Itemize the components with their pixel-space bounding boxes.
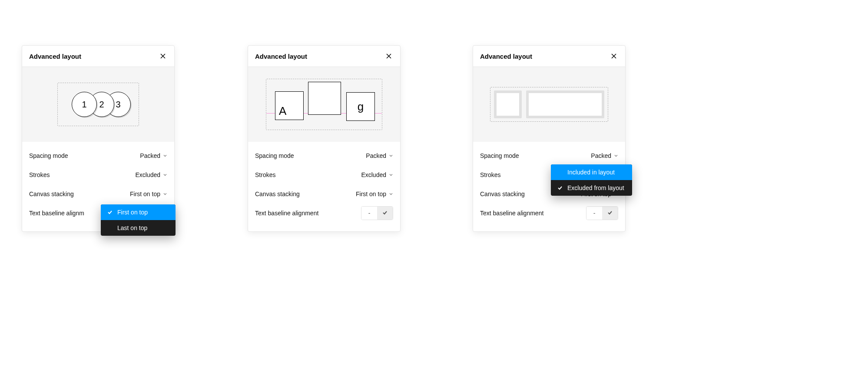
panel-title: Advanced layout [480, 53, 532, 60]
row-canvas-stacking: Canvas stacking First on top [29, 184, 167, 204]
strokes-value: Excluded [361, 171, 386, 178]
spacing-mode-dropdown[interactable]: Packed [140, 152, 167, 159]
panel-header: Advanced layout [248, 46, 400, 67]
preview-circle-1: 1 [72, 92, 97, 117]
canvas-stacking-label: Canvas stacking [480, 190, 525, 197]
preview-box-a: A [275, 91, 304, 120]
canvas-stacking-value: First on top [130, 190, 160, 197]
canvas-stacking-label: Canvas stacking [29, 190, 74, 197]
strokes-dropdown[interactable]: Excluded [135, 171, 167, 178]
advanced-layout-panel: Advanced layout A g Spacing mode Packed … [248, 45, 401, 232]
baseline-on-button[interactable] [377, 207, 393, 220]
canvas-stacking-dropdown[interactable]: First on top [356, 190, 393, 197]
panel-header: Advanced layout [22, 46, 174, 67]
spacing-mode-dropdown[interactable]: Packed [591, 152, 618, 159]
chevron-down-icon [389, 173, 393, 177]
chevron-down-icon [163, 154, 167, 158]
row-strokes: Strokes Excluded [29, 165, 167, 184]
menu-item-included-in-layout[interactable]: Included in layout [551, 164, 632, 180]
row-text-baseline: Text baseline alignment - [480, 204, 618, 223]
row-spacing-mode: Spacing mode Packed [29, 146, 167, 165]
check-icon [382, 210, 388, 217]
preview-frame: 1 2 3 [57, 83, 139, 126]
panel-title: Advanced layout [255, 53, 307, 60]
preview-card-small [494, 90, 522, 118]
spacing-mode-value: Packed [591, 152, 611, 159]
check-icon [557, 185, 563, 190]
canvas-stacking-value: First on top [356, 190, 386, 197]
menu-item-label: Last on top [117, 224, 147, 231]
menu-item-excluded-from-layout[interactable]: Excluded from layout [551, 180, 632, 196]
preview-card-large [526, 90, 604, 118]
panel-title: Advanced layout [29, 53, 81, 60]
advanced-layout-panel: Advanced layout 1 2 3 Spacing mode Packe… [22, 45, 175, 232]
spacing-mode-label: Spacing mode [29, 152, 68, 159]
preview-frame [490, 87, 608, 122]
baseline-off-button[interactable]: - [586, 207, 602, 220]
chevron-down-icon [614, 154, 618, 158]
preview-area: 1 2 3 [22, 67, 174, 142]
check-icon [107, 210, 113, 215]
text-baseline-label: Text baseline alignment [480, 210, 543, 217]
baseline-on-button[interactable] [602, 207, 618, 220]
menu-item-last-on-top[interactable]: Last on top [101, 220, 176, 236]
menu-item-first-on-top[interactable]: First on top [101, 204, 176, 220]
strokes-label: Strokes [29, 171, 50, 178]
canvas-stacking-menu: First on top Last on top [101, 204, 176, 236]
chevron-down-icon [389, 192, 393, 196]
canvas-stacking-dropdown[interactable]: First on top [130, 190, 167, 197]
settings-list: Spacing mode Packed Strokes Excluded Can… [248, 142, 400, 231]
spacing-mode-label: Spacing mode [255, 152, 294, 159]
close-icon[interactable] [384, 52, 393, 60]
row-spacing-mode: Spacing mode Packed [480, 146, 618, 165]
row-text-baseline: Text baseline alignment - [255, 204, 393, 223]
panel-header: Advanced layout [473, 46, 625, 67]
menu-item-label: First on top [117, 209, 148, 216]
text-baseline-label: Text baseline alignment [255, 210, 318, 217]
preview-box-g: g [346, 92, 375, 121]
strokes-label: Strokes [480, 171, 500, 178]
spacing-mode-value: Packed [140, 152, 160, 159]
strokes-label: Strokes [255, 171, 275, 178]
canvas-stacking-label: Canvas stacking [255, 190, 300, 197]
strokes-value: Excluded [135, 171, 160, 178]
text-baseline-label: Text baseline alignm [29, 210, 84, 217]
close-icon[interactable] [610, 52, 618, 60]
menu-item-label: Included in layout [567, 169, 615, 176]
text-baseline-toggle: - [586, 206, 618, 220]
advanced-layout-panel: Advanced layout Spacing mode Packed Stro… [473, 45, 626, 232]
spacing-mode-value: Packed [366, 152, 386, 159]
chevron-down-icon [163, 192, 167, 196]
strokes-menu: Included in layout Excluded from layout [551, 164, 632, 196]
baseline-off-button[interactable]: - [361, 207, 377, 220]
spacing-mode-dropdown[interactable]: Packed [366, 152, 393, 159]
strokes-dropdown[interactable]: Excluded [361, 171, 393, 178]
check-icon [607, 210, 613, 217]
preview-area: A g [248, 67, 400, 142]
text-baseline-toggle: - [361, 206, 393, 220]
row-spacing-mode: Spacing mode Packed [255, 146, 393, 165]
preview-box-empty [308, 82, 341, 115]
row-canvas-stacking: Canvas stacking First on top [255, 184, 393, 204]
menu-item-label: Excluded from layout [567, 184, 624, 191]
preview-frame: A g [266, 79, 382, 130]
spacing-mode-label: Spacing mode [480, 152, 519, 159]
row-strokes: Strokes Excluded [255, 165, 393, 184]
chevron-down-icon [163, 173, 167, 177]
close-icon[interactable] [159, 52, 167, 60]
chevron-down-icon [389, 154, 393, 158]
preview-area [473, 67, 625, 142]
